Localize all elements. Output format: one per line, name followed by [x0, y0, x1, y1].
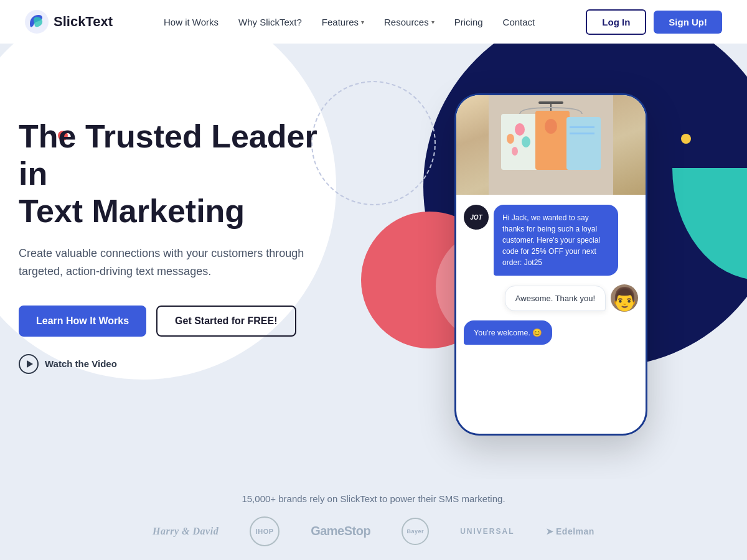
shirt-image: [456, 95, 646, 195]
chevron-down-icon: ▾: [431, 19, 435, 26]
brand-edelman: ➤ Edelman: [546, 526, 594, 536]
brand-ihop: IHOP: [250, 516, 280, 546]
svg-point-6: [507, 134, 514, 144]
chevron-down-icon: ▾: [361, 19, 364, 26]
nav-link-contact[interactable]: Contact: [503, 17, 535, 27]
navbar: SlickText How it Works Why SlickText? Fe…: [0, 0, 747, 44]
user-bubble: Awesome. Thank you!: [505, 286, 606, 311]
jot-avatar: JOT: [464, 205, 489, 230]
nav-item-why[interactable]: Why SlickText?: [238, 17, 302, 27]
nav-link-resources[interactable]: Resources ▾: [384, 17, 435, 27]
brand-gamestop: GameStop: [311, 524, 370, 538]
chat-message-jot-reply: You're welcome. 😊: [464, 320, 638, 345]
login-button[interactable]: Log In: [586, 9, 646, 35]
nav-item-how-it-works[interactable]: How it Works: [164, 17, 218, 27]
nav-item-pricing[interactable]: Pricing: [454, 17, 483, 27]
get-started-button[interactable]: Get Started for FREE!: [156, 306, 296, 337]
brand-universal: UNIVERSAL: [460, 527, 514, 536]
svg-point-7: [522, 136, 530, 147]
hero-headline: The Trusted Leader in Text Marketing: [19, 118, 342, 230]
nav-link-pricing[interactable]: Pricing: [454, 17, 483, 27]
svg-rect-4: [501, 114, 538, 170]
user-face-icon: 👨: [611, 287, 638, 312]
brands-logos: Harry & David IHOP GameStop Bayer UNIVER…: [153, 516, 594, 546]
logo-icon: [25, 10, 49, 34]
jot-reply-bubble: You're welcome. 😊: [464, 320, 552, 345]
nav-item-features[interactable]: Features ▾: [322, 17, 364, 27]
nav-link-how-it-works[interactable]: How it Works: [164, 17, 218, 27]
nav-actions: Log In Sign Up!: [586, 9, 722, 35]
signup-button[interactable]: Sign Up!: [654, 11, 722, 34]
nav-links: How it Works Why SlickText? Features ▾ R…: [164, 17, 535, 27]
hero-content: The Trusted Leader in Text Marketing Cre…: [19, 118, 342, 374]
play-triangle: [27, 360, 33, 368]
phone-mockup: JOT Hi Jack, we wanted to say thanks for…: [454, 93, 647, 436]
jot-bubble: Hi Jack, we wanted to say thanks for bei…: [494, 205, 618, 276]
yellow-dot: [681, 134, 691, 144]
svg-rect-2: [538, 101, 563, 104]
logo-text: SlickText: [54, 14, 113, 30]
nav-item-contact[interactable]: Contact: [503, 17, 535, 27]
svg-rect-11: [566, 117, 601, 170]
watch-video-link[interactable]: Watch the Video: [19, 354, 342, 374]
edelman-arrow: ➤: [546, 526, 554, 536]
user-avatar: 👨: [611, 284, 638, 312]
brands-section: 15,000+ brands rely on SlickText to powe…: [0, 479, 747, 560]
nav-item-resources[interactable]: Resources ▾: [384, 17, 435, 27]
nav-link-features[interactable]: Features ▾: [322, 17, 364, 27]
svg-rect-12: [570, 126, 594, 128]
hero-subtext: Create valuable connections with your cu…: [19, 245, 305, 281]
clothing-image: [489, 95, 613, 195]
chat-message-user: Awesome. Thank you! 👨: [464, 284, 638, 312]
nav-link-why[interactable]: Why SlickText?: [238, 17, 302, 27]
brand-bayer: Bayer: [402, 518, 429, 545]
hero-buttons: Learn How It Works Get Started for FREE!: [19, 306, 342, 337]
phone-chat: JOT Hi Jack, we wanted to say thanks for…: [456, 195, 646, 355]
brand-harry-david: Harry & David: [153, 526, 218, 537]
svg-point-8: [512, 147, 518, 156]
svg-point-5: [515, 123, 525, 136]
svg-point-10: [545, 119, 557, 134]
logo[interactable]: SlickText: [25, 10, 113, 34]
learn-how-it-works-button[interactable]: Learn How It Works: [19, 306, 146, 337]
hero-section: The Trusted Leader in Text Marketing Cre…: [0, 44, 747, 479]
brands-tagline: 15,000+ brands rely on SlickText to powe…: [242, 493, 505, 504]
watch-video-label: Watch the Video: [45, 358, 117, 369]
play-icon: [19, 354, 39, 374]
chat-message-jot: JOT Hi Jack, we wanted to say thanks for…: [464, 205, 638, 276]
phone-image: [456, 95, 646, 195]
svg-rect-13: [570, 133, 594, 134]
